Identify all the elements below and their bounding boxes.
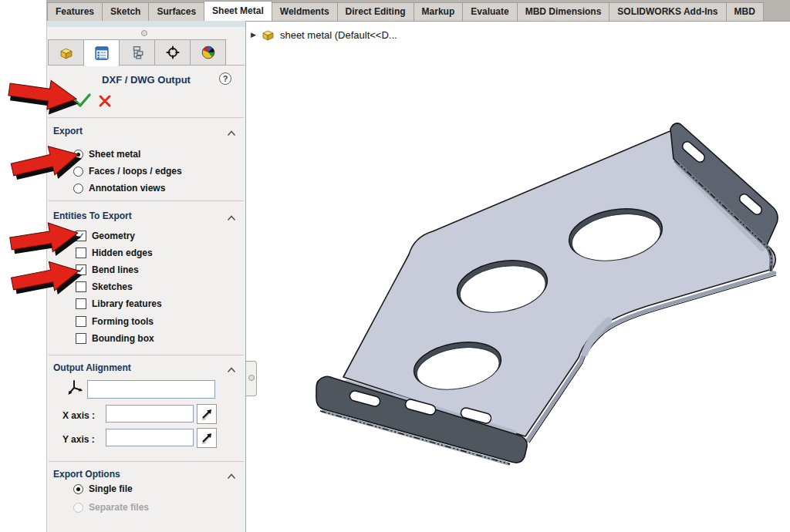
checkbox-row-bounding-box[interactable]: Bounding box [76,332,154,345]
tab-evaluate[interactable]: Evaluate [462,2,517,21]
tab-surfaces[interactable]: Surfaces [148,2,204,21]
cancel-x-icon [98,94,112,108]
radio-row-single-file[interactable]: Single file [73,483,133,495]
export-options-header-label: Export Options [53,469,120,480]
tab-mbd[interactable]: MBD [726,2,764,21]
tab-mbd-dimensions[interactable]: MBD Dimensions [517,2,610,21]
panel-splitter-handle[interactable] [141,30,147,36]
display-manager-icon [201,45,215,59]
radio-dot [76,487,80,491]
reverse-direction-icon [199,430,214,446]
checkbox-unchecked[interactable] [76,333,86,344]
radio-selected[interactable] [73,150,83,160]
flyout-dot [248,375,255,381]
radio-label: Annotation views [89,183,165,194]
checkbox-row-library-features[interactable]: Library features [76,298,162,310]
property-manager-icon [95,46,109,60]
graphics-viewport[interactable] [247,22,790,532]
cancel-button[interactable] [98,94,112,108]
collapse-chevron-icon[interactable] [227,471,236,482]
checkbox-unchecked[interactable] [76,298,86,309]
separator [49,200,244,201]
property-manager-tab[interactable] [83,39,120,66]
entities-section-header: Entities To Export [53,210,238,223]
coordinate-system-input[interactable] [87,380,215,399]
checkbox-unchecked[interactable] [76,316,86,327]
export-header-label: Export [53,126,83,136]
tab-weldments[interactable]: Weldments [272,2,338,21]
feature-tree-label[interactable]: sheet metal (Default<<D... [280,29,397,41]
radio-row-separate-files: Separate files [73,501,149,513]
radio-row-faces-loops-edges[interactable]: Faces / loops / edges [73,165,182,177]
tab-solidworks-add-ins[interactable]: SOLIDWORKS Add-Ins [609,2,726,21]
checkbox-unchecked[interactable] [76,281,86,292]
configuration-manager-tab[interactable] [119,39,155,66]
radio-disabled [73,503,83,513]
radio-selected[interactable] [73,484,83,494]
coordinate-system-icon [66,378,83,396]
tab-markup[interactable]: Markup [414,2,464,21]
collapse-chevron-icon[interactable] [227,213,236,224]
y-axis-input[interactable] [106,429,194,446]
checkbox-row-hidden-edges[interactable]: Hidden edges [76,247,153,259]
checkbox-row-bend-lines[interactable]: ✓ Bend lines [76,264,139,276]
checkbox-row-geometry[interactable]: ✓ Geometry [76,230,135,242]
radio-dot [76,153,80,157]
y-axis-reverse-button[interactable] [197,428,217,448]
dimxpert-manager-tab[interactable] [154,39,191,66]
tab-sketch[interactable]: Sketch [102,2,149,21]
checkbox-label: Library features [92,298,162,309]
display-manager-tab[interactable] [190,39,226,66]
checkbox-row-sketches[interactable]: Sketches [76,281,133,293]
y-axis-label: Y axis : [62,434,95,445]
alignment-header-label: Output Alignment [53,362,131,373]
x-axis-input[interactable] [106,405,194,423]
property-manager-panel: DXF / DWG Output ? Export Sheet metal [46,21,246,532]
checkbox-checked[interactable]: ✓ [76,264,86,275]
solidworks-window: Features Sketch Surfaces Sheet Metal Wel… [0,0,790,532]
expand-arrow-icon[interactable]: ▶ [251,31,256,39]
radio-label: Separate files [89,502,149,513]
radio-unselected[interactable] [73,184,83,194]
feature-tree-flyout: ▶ sheet metal (Default<<D... [251,29,397,41]
feature-manager-tab[interactable] [48,39,84,66]
ok-button[interactable] [73,92,92,109]
part-icon [59,46,73,59]
radio-label: Faces / loops / edges [89,166,182,177]
alignment-section-header: Output Alignment [53,362,238,375]
radio-unselected[interactable] [73,167,83,177]
command-manager-tab-bar: Features Sketch Surfaces Sheet Metal Wel… [46,0,790,22]
radio-label: Single file [89,483,133,494]
dimxpert-target-icon [166,45,180,59]
collapse-chevron-icon[interactable] [227,128,236,139]
separator [49,117,244,118]
collapse-chevron-icon[interactable] [227,365,236,375]
radio-row-annotation-views[interactable]: Annotation views [73,182,165,194]
ok-check-icon [73,92,92,109]
export-options-section-header: Export Options [53,469,238,481]
x-axis-reverse-button[interactable] [197,404,217,424]
checkbox-checked[interactable]: ✓ [76,231,86,241]
export-section-header: Export [53,126,238,138]
separator [49,355,244,355]
checkbox-unchecked[interactable] [76,247,86,258]
entities-header-label: Entities To Export [53,210,132,221]
radio-label: Sheet metal [89,149,140,160]
tab-direct-editing[interactable]: Direct Editing [337,2,414,21]
panel-top-strip [47,21,245,27]
configuration-manager-icon [130,45,144,59]
checkbox-row-forming-tools[interactable]: Forming tools [76,315,154,328]
tab-sheet-metal[interactable]: Sheet Metal [204,1,272,21]
checkbox-label: Geometry [92,231,135,241]
reverse-direction-icon [199,406,214,422]
panel-flyout-handle[interactable] [246,361,257,396]
help-icon[interactable]: ? [219,72,231,85]
tab-features[interactable]: Features [47,2,103,21]
radio-row-sheet-metal[interactable]: Sheet metal [73,148,140,160]
x-axis-label: X axis : [62,410,95,421]
checkbox-label: Hidden edges [92,247,153,258]
part-icon [262,29,275,41]
checkbox-label: Forming tools [92,316,154,327]
manager-tab-row [49,39,245,66]
checkbox-label: Bend lines [92,264,139,275]
